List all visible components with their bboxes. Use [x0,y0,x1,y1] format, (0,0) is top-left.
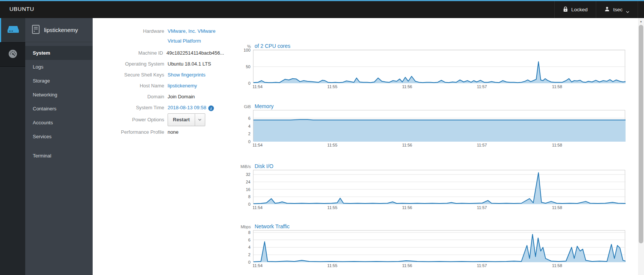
sidebar-item-storage[interactable]: Storage [25,74,93,88]
sidebar: lipstickenemy SystemLogsStorageNetworkin… [25,18,93,275]
secure-shell-keys-link[interactable]: Show fingerprints [168,72,205,78]
sidebar-item-logs[interactable]: Logs [25,60,93,74]
x-axis-labels: 11:5411:5511:5611:5711:58 [253,84,625,90]
disk-i-o-graph: MiB/sDisk I/O3224168011:5411:5511:5611:5… [226,163,625,211]
info-value: VMware, Inc. VMware Virtual Platform [168,26,224,46]
host-icon [32,25,40,35]
chart-title-link[interactable]: Memory [255,103,274,109]
x-axis-tick: 11:58 [552,205,562,210]
locked-indicator[interactable]: Locked [554,1,596,18]
chart-unit-label: Mbps [226,225,251,229]
x-axis-tick: 11:54 [252,84,262,89]
y-axis-tick: 4 [248,124,250,128]
info-value: none [168,127,179,137]
info-label: Domain [92,92,168,102]
memory-graph: GiBMemory642011:5411:5511:5611:5711:58 [226,103,625,149]
y-axis-tick: 8 [248,230,250,235]
x-axis-tick: 11:57 [477,143,487,147]
info-row: Host Namelipstickenemy [92,80,224,91]
host-switcher-rail [0,18,25,275]
chart-plot-area: 86420 [253,230,625,262]
host-name-label: lipstickenemy [44,27,78,33]
x-axis-tick: 11:56 [402,143,412,147]
y-axis-tick: 4 [248,245,250,249]
info-icon[interactable]: i [208,105,214,111]
dashboard-button[interactable] [0,42,25,67]
chart-title-link[interactable]: of 2 CPU cores [255,43,290,49]
info-value: lipstickenemy [168,81,197,91]
chart-title-link[interactable]: Disk I/O [255,163,273,169]
y-axis-tick: 2 [248,252,250,257]
info-label: Operating System [92,59,168,69]
x-axis-tick: 11:55 [327,84,337,89]
user-menu[interactable]: tsec [596,1,638,18]
chevron-down-icon [626,9,629,11]
y-axis-tick: 6 [248,116,250,121]
sidebar-item-accounts[interactable]: Accounts [25,116,93,130]
hardware-link[interactable]: VMware, Inc. VMware Virtual Platform [168,26,224,46]
x-axis-tick: 11:57 [477,84,487,89]
of-2-cpu-cores-graph: %of 2 CPU cores10050011:5411:5511:5611:5… [226,43,625,90]
x-axis-tick: 11:54 [252,205,262,210]
scroll-up-arrow[interactable]: ▲ [638,19,644,24]
info-value: Join Domain [168,92,195,102]
info-value: 49c1822514114bacb456... [166,48,224,58]
x-axis-tick: 11:57 [477,263,487,268]
info-value: Show fingerprints [168,70,205,80]
chart-unit-label: GiB [226,104,251,109]
sidebar-item-terminal[interactable]: Terminal [25,149,93,163]
scroll-thumb[interactable] [639,25,643,243]
host-server-button[interactable] [0,18,25,42]
sidebar-item-networking[interactable]: Networking [25,88,93,102]
info-row: Power OptionsRestart [92,113,224,127]
y-axis-tick: 50 [246,64,250,69]
info-label: Hardware [92,26,168,36]
x-axis-labels: 11:5411:5511:5611:5711:58 [253,143,625,149]
host-name-link[interactable]: lipstickenemy [168,83,197,89]
user-name: tsec [613,7,623,12]
info-value: Ubuntu 18.04.1 LTS [168,59,211,69]
x-axis-tick: 11:55 [327,263,337,268]
info-row: HardwareVMware, Inc. VMware Virtual Plat… [92,26,224,47]
y-axis-tick: 0 [248,139,250,144]
restart-button[interactable]: Restart [168,113,195,126]
chart-title-link[interactable]: Network Traffic [255,223,290,229]
x-axis-labels: 11:5411:5511:5611:5711:58 [253,205,625,211]
x-axis-tick: 11:56 [402,84,412,89]
x-axis-tick: 11:55 [327,205,337,210]
restart-dropdown-toggle[interactable] [195,113,205,126]
power-options-split-button: Restart [168,113,205,126]
brand-label: UBUNTU [9,6,34,12]
y-axis-tick: 2 [248,131,250,136]
y-axis-tick: 0 [248,260,250,264]
graphs-panel: %of 2 CPU cores10050011:5411:5511:5611:5… [226,18,627,275]
dashboard-gauge-icon [8,49,18,60]
info-label: Power Options [92,115,168,125]
system-info-panel: HardwareVMware, Inc. VMware Virtual Plat… [92,26,224,138]
sidebar-item-system[interactable]: System [25,46,93,60]
x-axis-labels: 11:5411:5511:5611:5711:58 [253,263,625,269]
sidebar-menu: SystemLogsStorageNetworkingContainersAcc… [25,42,93,163]
y-axis-tick: 24 [246,180,250,184]
system-time-link[interactable]: 2018-08-13 09:58 [168,105,206,110]
info-row: Machine ID49c1822514114bacb456... [92,47,224,58]
y-axis-tick: 8 [248,194,250,199]
vertical-scrollbar[interactable]: ▲ [638,18,644,275]
y-axis-tick: 16 [246,187,250,192]
x-axis-tick: 11:58 [552,143,562,147]
info-value: 2018-08-13 09:58i [168,103,214,113]
info-label: Host Name [92,81,168,91]
x-axis-tick: 11:58 [552,263,562,268]
info-row: Performance Profilenone [92,127,224,138]
y-axis-tick: 32 [246,172,250,177]
sidebar-item-services[interactable]: Services [25,130,93,144]
info-label: System Time [92,103,168,113]
x-axis-tick: 11:55 [327,143,337,147]
x-axis-tick: 11:56 [402,263,412,268]
server-icon [7,25,19,35]
y-axis-tick: 100 [244,48,250,52]
sidebar-item-containers[interactable]: Containers [25,102,93,116]
info-row: Secure Shell KeysShow fingerprints [92,69,224,80]
locked-label: Locked [571,7,588,12]
chart-plot-area: 32241680 [253,170,625,204]
